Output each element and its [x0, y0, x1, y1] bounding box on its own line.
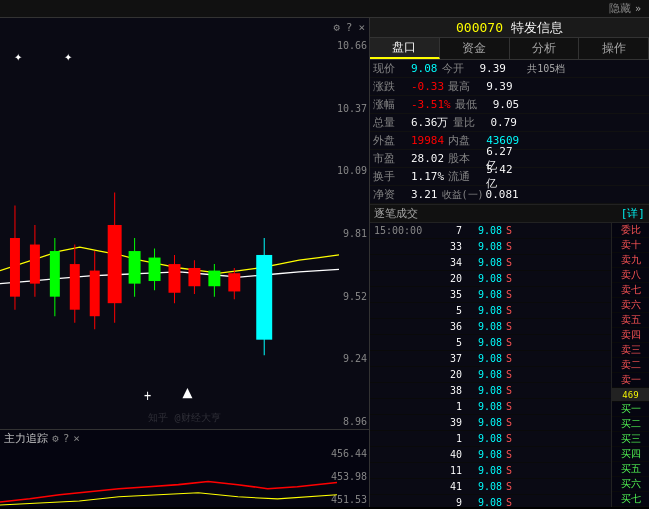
stock-code: 000070 — [456, 20, 503, 35]
trade-row: 40 9.08 S — [370, 447, 649, 463]
trade-type: S — [502, 401, 516, 412]
chart-settings-icon[interactable]: ⚙ — [333, 21, 340, 34]
trade-vol: 34 — [430, 257, 462, 268]
trade-type: S — [502, 289, 516, 300]
order-buy-item: 买三 — [612, 432, 649, 447]
order-sell-item: 卖五 — [612, 313, 649, 328]
trade-row: 5 9.08 S — [370, 335, 649, 351]
trade-type: S — [502, 321, 516, 332]
order-sell-item: 卖二 — [612, 358, 649, 373]
trade-price: 9.08 — [462, 305, 502, 316]
trade-vol: 5 — [430, 305, 462, 316]
trade-vol: 37 — [430, 353, 462, 364]
order-sell-item: 委比 — [612, 223, 649, 238]
trade-price: 9.08 — [462, 433, 502, 444]
svg-rect-11 — [108, 225, 122, 303]
hide-button[interactable]: 隐藏 — [609, 1, 631, 16]
change-row: 涨跌 -0.33 最高 9.39 — [370, 78, 522, 96]
trade-price: 9.08 — [462, 481, 502, 492]
pct-value: -3.51% — [411, 98, 451, 111]
trade-vol: 35 — [430, 289, 462, 300]
trade-type: S — [502, 385, 516, 396]
tab-operation[interactable]: 操作 — [579, 38, 649, 59]
trade-row: 5 9.08 S — [370, 303, 649, 319]
trade-vol: 39 — [430, 417, 462, 428]
trade-type: S — [502, 305, 516, 316]
trade-vol: 7 — [430, 225, 462, 236]
svg-rect-7 — [70, 264, 80, 310]
sub-chart-settings-icon[interactable]: ⚙ — [52, 432, 59, 445]
empty-row-5 — [522, 132, 649, 150]
vol-row: 总量 6.36万 量比 0.79 — [370, 114, 522, 132]
price-level-2: 10.37 — [337, 103, 367, 114]
trade-type: S — [502, 481, 516, 492]
sub-chart-label: 主力追踪 — [4, 431, 48, 446]
trade-row: 38 9.08 S — [370, 383, 649, 399]
sub-chart: 主力追踪 ⚙ ? × 456.44 453.98 451.53 — [0, 429, 369, 507]
price-level-6: 9.24 — [337, 353, 367, 364]
trade-type: S — [502, 433, 516, 444]
price-row: 现价 9.08 今开 9.39 — [370, 60, 522, 78]
vol-label: 总量 — [373, 115, 409, 130]
order-sell-item: 卖九 — [612, 253, 649, 268]
tab-capital[interactable]: 资金 — [440, 38, 510, 59]
trade-list-header: 逐笔成交 [详] — [370, 205, 649, 223]
trade-row: 37 9.08 S — [370, 351, 649, 367]
trade-price: 9.08 — [462, 257, 502, 268]
pe-value: 28.02 — [411, 152, 444, 165]
outer-label: 外盘 — [373, 133, 409, 148]
low-label: 最低 — [455, 97, 491, 112]
trade-vol: 11 — [430, 465, 462, 476]
order-buy-item: 买五 — [612, 462, 649, 477]
chart-close-icon[interactable]: × — [358, 21, 365, 34]
order-sell-item: 卖六 — [612, 298, 649, 313]
trade-price: 9.08 — [462, 369, 502, 380]
trade-row: 20 9.08 S — [370, 271, 649, 287]
trade-list-title: 逐笔成交 — [374, 206, 418, 221]
order-sell-item: 卖四 — [612, 328, 649, 343]
sub-chart-help-icon[interactable]: ? — [63, 432, 70, 445]
chart-area: ⚙ ? × ✦ ✦ 10.66 10.37 10.09 9.81 9.52 9.… — [0, 18, 370, 507]
svg-rect-13 — [129, 251, 141, 284]
trade-type: S — [502, 449, 516, 460]
svg-marker-27 — [182, 388, 192, 398]
shares-info: 共105档 — [527, 62, 565, 76]
trade-price: 9.08 — [462, 449, 502, 460]
high-value: 9.39 — [486, 80, 513, 93]
trade-rows-container: 15:00:00 7 9.08 S 33 9.08 S 34 9.08 S 20… — [370, 223, 649, 507]
trade-vol: 20 — [430, 369, 462, 380]
price-scale: 10.66 10.37 10.09 9.81 9.52 9.24 8.96 — [337, 40, 367, 427]
trade-row: 15:00:00 7 9.08 S — [370, 223, 649, 239]
svg-rect-9 — [90, 271, 100, 317]
trade-price: 9.08 — [462, 337, 502, 348]
candle-chart[interactable]: + — [0, 36, 339, 427]
turnover-row: 换手 1.17% 流通 5.42亿 — [370, 168, 522, 186]
price-level-7: 8.96 — [337, 416, 367, 427]
svg-rect-17 — [169, 264, 181, 293]
trade-row: 1 9.08 S — [370, 399, 649, 415]
tab-analysis[interactable]: 分析 — [510, 38, 580, 59]
price-level-5: 9.52 — [337, 291, 367, 302]
trade-row: 20 9.08 S — [370, 367, 649, 383]
sub-chart-close-icon[interactable]: × — [73, 432, 80, 445]
svg-rect-15 — [149, 258, 161, 281]
change-label: 涨跌 — [373, 79, 409, 94]
chart-help-icon[interactable]: ? — [346, 21, 353, 34]
open-value: 9.39 — [480, 62, 507, 75]
svg-rect-21 — [208, 271, 220, 287]
price-level-3: 10.09 — [337, 165, 367, 176]
svg-rect-1 — [10, 238, 20, 297]
order-buy-item: 买四 — [612, 447, 649, 462]
trade-detail-link[interactable]: [详] — [621, 206, 645, 221]
trade-section: 逐笔成交 [详] 15:00:00 7 9.08 S 33 9.08 S 34 … — [370, 205, 649, 507]
order-special-badge: 469 — [612, 388, 649, 402]
stock-name: 特发信息 — [511, 19, 563, 37]
price-label: 现价 — [373, 61, 409, 76]
trade-vol: 9 — [430, 497, 462, 507]
price-level-4: 9.81 — [337, 228, 367, 239]
tab-pankou[interactable]: 盘口 — [370, 38, 440, 59]
right-panel: 000070 特发信息 盘口 资金 分析 操作 现价 9.08 今开 — [370, 18, 649, 507]
trade-row: 39 9.08 S — [370, 415, 649, 431]
trade-row: 35 9.08 S — [370, 287, 649, 303]
trade-price: 9.08 — [462, 225, 502, 236]
